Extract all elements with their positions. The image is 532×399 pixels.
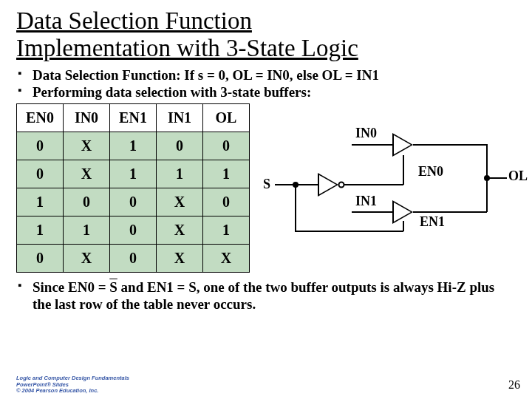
wire xyxy=(295,231,403,232)
wire xyxy=(352,144,392,146)
label-en0: EN0 xyxy=(418,164,443,180)
th-in1: IN1 xyxy=(157,104,203,132)
wire xyxy=(344,184,403,185)
truth-table: EN0 IN0 EN1 IN1 OL 0X100 0X111 100X0 110… xyxy=(16,103,250,273)
bullet-3: Since EN0 = S and EN1 = S, one of the tw… xyxy=(16,279,516,313)
wire xyxy=(413,144,487,146)
footer-credits: Logic and Computer Design Fundamentals P… xyxy=(16,375,129,395)
tristate-buffer-icon xyxy=(392,133,413,157)
bullet-1: Data Selection Function: If s = 0, OL = … xyxy=(16,66,516,83)
table-row: 110X1 xyxy=(17,216,250,245)
label-en1: EN1 xyxy=(420,214,445,230)
bullet-list-2: Since EN0 = S and EN1 = S, one of the tw… xyxy=(16,279,516,313)
table-row: 0X100 xyxy=(17,132,250,160)
wire xyxy=(486,177,507,179)
title-line-2: Implementation with 3-State Logic xyxy=(16,35,358,61)
table-header-row: EN0 IN0 EN1 IN1 OL xyxy=(17,104,250,132)
label-ol: OL xyxy=(508,168,528,184)
s-bar: S xyxy=(109,279,117,295)
wire xyxy=(413,211,487,213)
table-row: 0X111 xyxy=(17,160,250,188)
label-in0: IN0 xyxy=(355,126,377,141)
page-number: 26 xyxy=(508,378,520,392)
th-en1: EN1 xyxy=(110,104,157,132)
th-en0: EN0 xyxy=(17,104,64,132)
circuit-diagram: S xyxy=(263,123,516,263)
th-in0: IN0 xyxy=(64,104,110,132)
wire xyxy=(352,211,392,213)
footer-line-3: © 2004 Pearson Education, Inc. xyxy=(16,388,129,395)
bullet-list: Data Selection Function: If s = 0, OL = … xyxy=(16,66,516,100)
slide-title: Data Selection Function Implementation w… xyxy=(16,7,516,62)
label-in1: IN1 xyxy=(355,194,377,209)
table-row: 100X0 xyxy=(17,188,250,216)
tristate-buffer-icon xyxy=(392,200,413,224)
inverter-icon xyxy=(318,173,338,197)
wire xyxy=(403,155,404,185)
th-ol: OL xyxy=(203,104,250,132)
title-line-1: Data Selection Function xyxy=(16,7,252,34)
table-row: 0X0XX xyxy=(17,245,250,273)
label-s: S xyxy=(263,177,270,192)
bullet-2: Performing data selection with 3-state b… xyxy=(16,83,516,100)
wire xyxy=(295,184,296,231)
